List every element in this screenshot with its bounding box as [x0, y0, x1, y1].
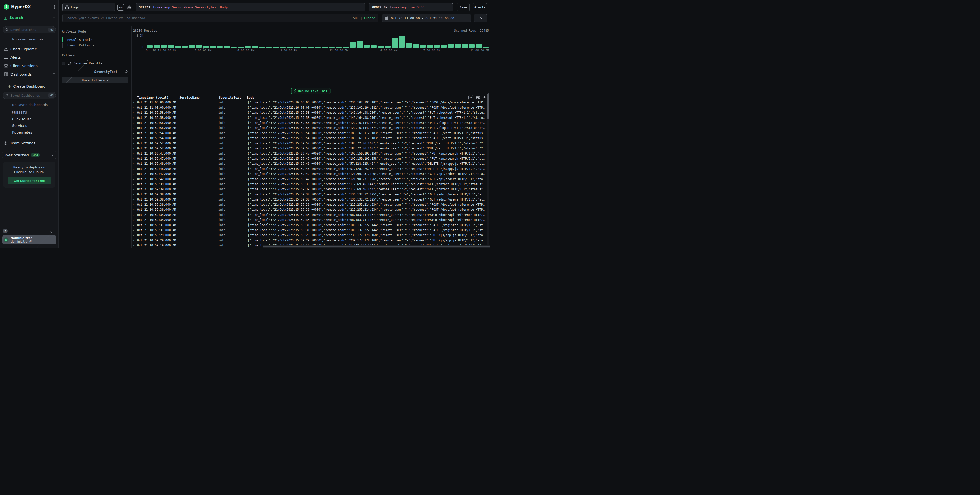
- sidebar-item-alerts[interactable]: Alerts: [0, 53, 59, 62]
- table-row[interactable]: ›Oct 21 10:59:31.000 AMinfo{"time_local"…: [132, 223, 490, 228]
- column-resize-handle[interactable]: [246, 96, 246, 99]
- table-row[interactable]: ›Oct 21 10:59:46.000 AMinfo{"time_local"…: [132, 166, 490, 171]
- column-timestamp[interactable]: Timestamp (Local): [137, 96, 177, 99]
- sidebar-item-search[interactable]: Search: [0, 13, 59, 23]
- expand-row-icon[interactable]: ›: [132, 234, 135, 237]
- histogram-bar[interactable]: [280, 47, 286, 48]
- code-view-icon[interactable]: <>: [468, 95, 473, 100]
- histogram-bar[interactable]: [378, 46, 383, 48]
- expand-row-icon[interactable]: ›: [132, 111, 135, 115]
- histogram-bar[interactable]: [245, 46, 251, 48]
- expand-row-icon[interactable]: ›: [132, 193, 135, 196]
- preset-clickhouse[interactable]: ClickHouse: [0, 115, 59, 121]
- filter-group-severitytext[interactable]: SeverityText: [62, 70, 128, 73]
- histogram-bar[interactable]: [343, 47, 348, 48]
- histogram-bar[interactable]: [147, 45, 153, 48]
- pin-icon[interactable]: [125, 70, 128, 73]
- expand-row-icon[interactable]: ›: [132, 132, 135, 135]
- expand-row-icon[interactable]: ›: [132, 162, 135, 166]
- histogram-bar[interactable]: [385, 46, 391, 48]
- expand-row-icon[interactable]: ›: [132, 172, 135, 176]
- histogram-bar[interactable]: [455, 44, 461, 48]
- expand-row-icon[interactable]: ›: [132, 203, 135, 206]
- vertical-scrollbar[interactable]: [487, 94, 490, 245]
- collapse-sidebar-icon[interactable]: [51, 5, 55, 9]
- expand-row-icon[interactable]: ›: [132, 157, 135, 161]
- wrap-lines-icon[interactable]: [476, 96, 480, 99]
- expand-row-icon[interactable]: ›: [132, 223, 135, 227]
- histogram-bar[interactable]: [392, 38, 398, 48]
- expand-row-icon[interactable]: ›: [132, 218, 135, 222]
- expand-row-icon[interactable]: ›: [132, 126, 135, 130]
- order-by-input[interactable]: ORDER BY TimestampTime DESC: [369, 3, 453, 11]
- expand-row-icon[interactable]: ›: [132, 142, 135, 145]
- download-icon[interactable]: [483, 96, 487, 100]
- source-selector[interactable]: Logs: [62, 3, 115, 11]
- histogram-bar[interactable]: [287, 47, 293, 48]
- sidebar-item-client-sessions[interactable]: Client Sessions: [0, 62, 59, 70]
- table-row[interactable]: ›Oct 21 10:59:52.000 AMinfo{"time_local"…: [132, 146, 490, 151]
- event-search-field[interactable]: [65, 16, 353, 20]
- histogram-bar[interactable]: [322, 47, 328, 48]
- histogram-bar[interactable]: [476, 44, 482, 48]
- histogram-plot[interactable]: [146, 35, 489, 48]
- histogram-bar[interactable]: [427, 45, 433, 48]
- time-range-picker[interactable]: Oct 20 11:00:00 - Oct 21 11:00:00: [382, 14, 471, 22]
- histogram-bar[interactable]: [308, 47, 313, 48]
- histogram-bar[interactable]: [231, 47, 237, 48]
- histogram-bar[interactable]: [189, 45, 194, 48]
- table-row[interactable]: ›Oct 21 11:00:00.000 AMinfo{"time_local"…: [132, 100, 490, 105]
- saved-searches-input[interactable]: ⌘K: [3, 26, 56, 33]
- histogram-bar[interactable]: [196, 45, 202, 48]
- histogram-bar[interactable]: [259, 47, 265, 48]
- table-row[interactable]: ›Oct 21 10:59:36.000 AMinfo{"time_local"…: [132, 202, 490, 207]
- table-row[interactable]: ›Oct 21 10:59:36.000 AMinfo{"time_local"…: [132, 207, 490, 212]
- sidebar-item-team-settings[interactable]: Team Settings: [0, 134, 59, 145]
- table-row[interactable]: ›Oct 21 10:59:29.000 AMinfo{"time_local"…: [132, 238, 490, 243]
- histogram-bar[interactable]: [420, 45, 426, 48]
- histogram-bar[interactable]: [224, 46, 229, 48]
- table-row[interactable]: ›Oct 21 10:59:58.000 AMinfo{"time_local"…: [132, 110, 490, 115]
- table-row[interactable]: ›Oct 21 10:59:39.000 AMinfo{"time_local"…: [132, 187, 490, 192]
- table-row[interactable]: ›Oct 21 10:59:54.000 AMinfo{"time_local"…: [132, 131, 490, 135]
- sidebar-item-dashboards[interactable]: Dashboards: [0, 70, 59, 78]
- sql-mode-button[interactable]: <>: [118, 4, 124, 11]
- expand-row-icon[interactable]: ›: [132, 106, 135, 109]
- horizontal-scrollbar[interactable]: [263, 245, 490, 247]
- histogram-bar[interactable]: [203, 46, 208, 48]
- histogram-bar[interactable]: [161, 45, 167, 48]
- table-row[interactable]: ›Oct 21 10:59:58.000 AMinfo{"time_local"…: [132, 115, 490, 120]
- table-row[interactable]: ›Oct 21 10:59:47.000 AMinfo{"time_local"…: [132, 151, 490, 156]
- expand-row-icon[interactable]: ›: [132, 152, 135, 155]
- table-row[interactable]: ›Oct 21 10:59:33.000 AMinfo{"time_local"…: [132, 217, 490, 223]
- table-row[interactable]: ›Oct 21 10:59:47.000 AMinfo{"time_local"…: [132, 156, 490, 161]
- saved-dashboards-field[interactable]: [11, 94, 48, 97]
- expand-row-icon[interactable]: ›: [132, 121, 135, 125]
- histogram-bar[interactable]: [210, 46, 216, 48]
- denoise-checkbox[interactable]: [62, 62, 65, 65]
- histogram-bar[interactable]: [406, 43, 412, 48]
- expand-row-icon[interactable]: ›: [132, 183, 135, 186]
- more-filters-button[interactable]: More filters: [62, 77, 128, 83]
- histogram-bar[interactable]: [182, 46, 188, 48]
- histogram-bar[interactable]: [364, 45, 370, 48]
- presets-header[interactable]: PRESETS: [0, 107, 59, 115]
- expand-row-icon[interactable]: ›: [132, 137, 135, 140]
- table-row[interactable]: ›Oct 21 10:59:46.000 AMinfo{"time_local"…: [132, 161, 490, 166]
- table-row[interactable]: ›Oct 21 10:59:54.000 AMinfo{"time_local"…: [132, 135, 490, 141]
- expand-row-icon[interactable]: ›: [132, 167, 135, 170]
- histogram-bar[interactable]: [252, 46, 258, 48]
- saved-dashboards-input[interactable]: ⌘K: [3, 92, 56, 99]
- user-profile[interactable]: D dominic.tran@clic... dominic.tran@clic…: [2, 235, 56, 244]
- horizontal-scrollbar-thumb[interactable]: [263, 246, 490, 247]
- histogram-bar[interactable]: [483, 47, 489, 48]
- language-toggle[interactable]: SQL|Lucene: [353, 16, 375, 20]
- vertical-scrollbar-thumb[interactable]: [487, 94, 490, 119]
- save-button[interactable]: Save: [457, 3, 469, 11]
- expand-row-icon[interactable]: ›: [132, 147, 135, 150]
- saved-searches-field[interactable]: [11, 28, 48, 32]
- table-row[interactable]: ›Oct 21 10:59:33.000 AMinfo{"time_local"…: [132, 212, 490, 217]
- expand-row-icon[interactable]: ›: [132, 229, 135, 232]
- run-query-button[interactable]: [474, 14, 487, 22]
- expand-row-icon[interactable]: ›: [132, 178, 135, 181]
